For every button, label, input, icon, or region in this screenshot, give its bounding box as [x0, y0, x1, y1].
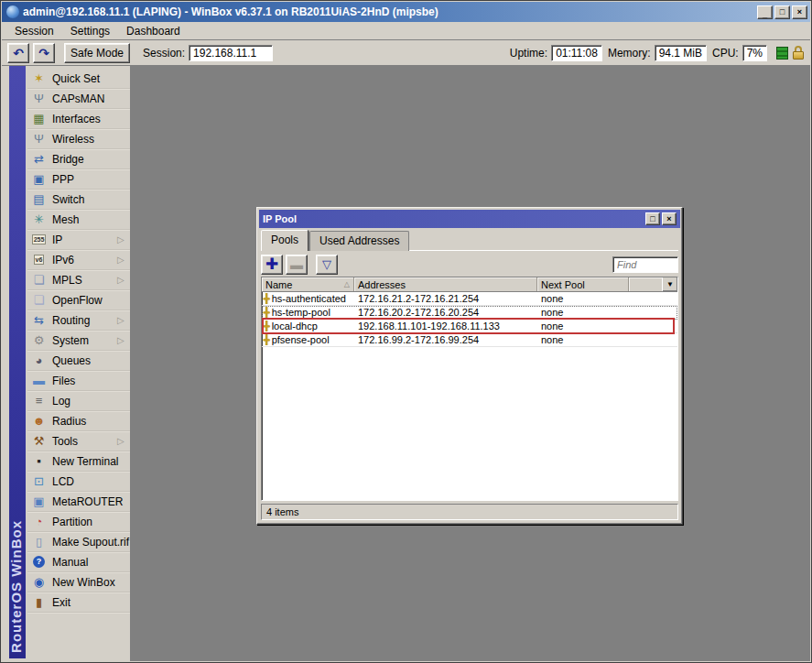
column-picker-button[interactable]: ▼	[662, 277, 677, 291]
openflow-icon: ❏	[31, 293, 47, 308]
sidebar-item-mpls[interactable]: ❏MPLS▷	[27, 270, 130, 290]
menu-session[interactable]: Session	[7, 23, 61, 39]
sidebar-item-files[interactable]: ▬Files	[27, 371, 130, 391]
minus-icon: ▬	[290, 258, 303, 271]
bridge-icon: ⇄	[31, 152, 47, 167]
funnel-icon: ▽	[322, 258, 331, 270]
antenna-icon: Ψ	[31, 92, 47, 106]
sidebar-item-label: IPv6	[52, 254, 112, 266]
sidebar-item-radius[interactable]: ☻Radius	[27, 411, 130, 431]
toolbar: ↶ ↷ Safe Mode Session: 192.168.11.1 Upti…	[2, 40, 810, 66]
sidebar-item-label: Exit	[52, 596, 126, 609]
close-button[interactable]: ×	[792, 5, 807, 19]
redo-button[interactable]: ↷	[33, 43, 55, 63]
sidebar-item-make-supout-rif[interactable]: ▯Make Supout.rif	[27, 532, 130, 552]
sidebar-item-system[interactable]: ⚙System▷	[27, 331, 130, 351]
sidebar-item-routing[interactable]: ⇆Routing▷	[27, 310, 130, 331]
main-titlebar[interactable]: admin@192.168.11.1 (LAPING) - WinBox v6.…	[2, 2, 810, 22]
sidebar-item-manual[interactable]: ?Manual	[27, 552, 130, 572]
sidebar-item-label: New WinBox	[52, 576, 126, 589]
chevron-right-icon: ▷	[117, 436, 126, 446]
switch-icon: ▤	[31, 192, 47, 207]
table-row-hs-authenticated[interactable]: ╋hs-authenticated172.16.21.2-172.16.21.2…	[262, 292, 677, 306]
sidebar-item-mesh[interactable]: ✳Mesh	[27, 210, 130, 230]
ip-pool-tabs: Pools Used Addresses	[261, 232, 678, 251]
menu-settings[interactable]: Settings	[63, 23, 117, 39]
brand-text: RouterOS WinBox	[8, 520, 25, 653]
table-row-pfsense-pool[interactable]: ╋pfsense-pool172.16.99.2-172.16.99.254no…	[262, 333, 677, 347]
sidebar-item-switch[interactable]: ▤Switch	[27, 190, 130, 210]
ip-pool-title: IP Pool	[263, 213, 644, 224]
secure-lock-icon	[792, 46, 805, 60]
interfaces-icon: ▦	[31, 112, 47, 126]
connection-traffic-icon	[776, 47, 788, 60]
sidebar-item-new-terminal[interactable]: ▪New Terminal	[27, 451, 130, 472]
minimize-button[interactable]: _	[757, 5, 773, 19]
sidebar-item-partition[interactable]: ◔Partition	[27, 512, 130, 532]
session-field[interactable]: 192.168.11.1	[189, 45, 273, 61]
sidebar-item-interfaces[interactable]: ▦Interfaces	[27, 109, 130, 129]
ip-pool-maximize-button[interactable]: □	[645, 212, 660, 225]
sidebar-item-quick-set[interactable]: ✶Quick Set	[27, 69, 130, 89]
sidebar-item-lcd[interactable]: ⊡LCD	[27, 472, 130, 492]
undo-button[interactable]: ↶	[7, 43, 29, 63]
cell-addresses: 172.16.99.2-172.16.99.254	[354, 334, 537, 345]
sidebar-item-metarouter[interactable]: ▣MetaROUTER	[27, 492, 130, 512]
cell-name: ╋hs-authenticated	[262, 293, 354, 304]
maximize-button[interactable]: □	[774, 5, 790, 19]
chevron-right-icon: ▷	[117, 275, 126, 285]
sidebar-item-label: Radius	[52, 415, 126, 428]
sidebar-item-queues[interactable]: ◕Queues	[27, 351, 130, 371]
partition-icon: ◔	[31, 515, 47, 529]
sidebar-item-openflow[interactable]: ❏OpenFlow	[27, 290, 130, 310]
menu-dashboard[interactable]: Dashboard	[119, 23, 188, 39]
ip-pool-close-button[interactable]: ×	[662, 212, 677, 225]
memory-label: Memory:	[608, 47, 651, 60]
table-row-local-dhcp[interactable]: ╋local-dhcp192.168.11.101-192.168.11.133…	[262, 320, 677, 333]
sidebar-item-label: IP	[52, 234, 112, 246]
radius-icon: ☻	[31, 414, 47, 429]
sidebar-item-label: MetaROUTER	[52, 495, 126, 508]
sidebar-item-label: Manual	[52, 556, 126, 569]
safe-mode-button[interactable]: Safe Mode	[64, 43, 130, 63]
tab-used-addresses[interactable]: Used Addresses	[309, 231, 409, 251]
sidebar-item-new-winbox[interactable]: ◉New WinBox	[27, 572, 130, 592]
tab-pools[interactable]: Pools	[261, 230, 309, 251]
add-pool-button[interactable]: ✚	[261, 255, 283, 275]
cell-name: ╋hs-temp-pool	[262, 307, 354, 318]
sidebar-item-label: Queues	[52, 354, 126, 367]
ip-pool-titlebar[interactable]: IP Pool □ ×	[259, 210, 680, 228]
sidebar-item-label: MPLS	[52, 274, 112, 287]
sidebar-item-exit[interactable]: ▮Exit	[27, 592, 130, 613]
cell-name: ╋local-dhcp	[262, 321, 354, 332]
find-input[interactable]	[612, 256, 678, 273]
sidebar-item-tools[interactable]: ⚒Tools▷	[27, 431, 130, 451]
remove-pool-button[interactable]: ▬	[286, 255, 308, 275]
wand-icon: ✶	[31, 71, 47, 86]
ip-pool-item-icon: ╋	[264, 335, 270, 345]
gear-icon: ⚙	[31, 333, 47, 348]
pool-table-body: ╋hs-authenticated172.16.21.2-172.16.21.2…	[262, 292, 677, 500]
sidebar-item-capsman[interactable]: ΨCAPsMAN	[27, 89, 130, 109]
ip-pool-item-icon: ╋	[264, 321, 270, 332]
sidebar-item-label: Interfaces	[52, 113, 126, 125]
sidebar-item-ppp[interactable]: ▣PPP	[27, 169, 130, 190]
plus-icon: ✚	[265, 256, 278, 272]
filter-button[interactable]: ▽	[316, 255, 338, 275]
sidebar-item-label: CAPsMAN	[52, 92, 126, 105]
chevron-right-icon: ▷	[117, 335, 126, 345]
column-header-addresses[interactable]: Addresses	[354, 277, 537, 291]
sidebar-item-bridge[interactable]: ⇄Bridge	[27, 149, 130, 169]
column-header-name[interactable]: Name △	[262, 277, 354, 291]
sidebar-item-label: New Terminal	[52, 455, 126, 468]
sidebar-item-wireless[interactable]: ΨWireless	[27, 129, 130, 149]
sidebar-item-ip[interactable]: 255IP▷	[27, 230, 130, 250]
exit-icon: ▮	[31, 595, 47, 610]
column-header-next-pool[interactable]: Next Pool	[537, 277, 629, 291]
cell-addresses: 172.16.20.2-172.16.20.254	[354, 307, 537, 318]
workspace: RouterOS WinBox ✶Quick SetΨCAPsMAN▦Inter…	[2, 66, 810, 661]
sidebar-item-ipv6[interactable]: v6IPv6▷	[27, 250, 130, 270]
sidebar-item-log[interactable]: ≡Log	[27, 391, 130, 411]
redo-icon: ↷	[38, 47, 49, 60]
table-row-hs-temp-pool[interactable]: ╋hs-temp-pool172.16.20.2-172.16.20.254no…	[262, 306, 677, 320]
